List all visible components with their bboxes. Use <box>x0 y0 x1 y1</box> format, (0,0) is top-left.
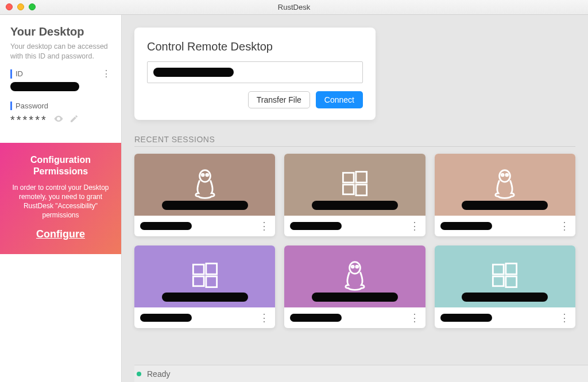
close-icon[interactable] <box>6 3 13 10</box>
svg-rect-20 <box>506 276 517 287</box>
more-vert-icon[interactable]: ⋮ <box>409 221 420 231</box>
svg-rect-12 <box>193 276 204 286</box>
svg-rect-10 <box>193 264 204 274</box>
own-id-field: ID ⋮ <box>10 69 111 93</box>
svg-rect-11 <box>206 263 217 274</box>
session-footer: ⋮ <box>134 307 275 328</box>
remote-id-input[interactable] <box>147 61 363 83</box>
titlebar: RustDesk <box>0 0 588 15</box>
more-vert-icon[interactable]: ⋮ <box>102 69 111 79</box>
divider <box>134 146 575 147</box>
session-art <box>284 154 425 216</box>
recent-heading: RECENT SESSIONS <box>134 135 575 144</box>
eye-icon[interactable] <box>53 114 64 126</box>
session-host-label <box>312 293 398 302</box>
more-vert-icon[interactable]: ⋮ <box>259 313 269 323</box>
svg-rect-6 <box>356 185 367 196</box>
main: Control Remote Desktop Transfer File Con… <box>122 15 588 382</box>
window-title: RustDesk <box>278 3 310 11</box>
permissions-title: Configuration Permissions <box>8 154 113 177</box>
minimize-icon[interactable] <box>17 3 24 10</box>
session-art <box>435 154 575 216</box>
session-footer: ⋮ <box>134 216 275 236</box>
pencil-icon[interactable] <box>69 114 79 126</box>
window-controls <box>6 3 36 10</box>
control-card: Control Remote Desktop Transfer File Con… <box>134 28 376 120</box>
session-art <box>284 245 425 307</box>
configure-link[interactable]: Configure <box>36 228 85 240</box>
session-host-label <box>162 293 248 302</box>
windows-icon <box>188 258 222 295</box>
status-bar: Ready <box>134 365 588 382</box>
session-footer: ⋮ <box>284 307 425 328</box>
svg-point-14 <box>350 262 361 274</box>
session-host-label <box>462 293 548 302</box>
session-id-label <box>440 222 492 230</box>
svg-rect-3 <box>343 173 354 182</box>
session-footer: ⋮ <box>435 216 575 236</box>
session-host-label <box>462 201 548 210</box>
session-tile[interactable]: ⋮ <box>435 154 575 236</box>
windows-icon <box>338 166 372 203</box>
status-text: Ready <box>147 369 170 379</box>
session-art <box>435 245 575 307</box>
svg-rect-19 <box>493 276 504 286</box>
status-indicator-icon <box>137 372 141 376</box>
remote-id-value <box>153 68 234 77</box>
transfer-file-button[interactable]: Transfer File <box>248 91 310 108</box>
session-id-label <box>290 222 342 230</box>
svg-point-7 <box>500 170 510 182</box>
session-id-label <box>140 222 192 230</box>
svg-point-9 <box>506 174 508 176</box>
session-id-label <box>140 314 192 322</box>
svg-rect-18 <box>506 263 517 274</box>
more-vert-icon[interactable]: ⋮ <box>559 313 570 323</box>
linux-icon <box>488 166 522 203</box>
session-tile[interactable]: ⋮ <box>284 154 425 236</box>
svg-point-1 <box>202 174 204 176</box>
own-password-field: Password ****** <box>10 102 111 127</box>
linux-icon <box>188 166 222 203</box>
fullscreen-icon[interactable] <box>29 3 36 10</box>
svg-rect-17 <box>493 264 504 274</box>
session-id-label <box>290 314 342 322</box>
session-tile[interactable]: ⋮ <box>134 245 275 328</box>
session-tile[interactable]: ⋮ <box>284 245 425 328</box>
sidebar-heading: Your Desktop <box>10 25 111 38</box>
session-tile[interactable]: ⋮ <box>134 154 275 236</box>
svg-point-16 <box>356 266 358 268</box>
svg-point-2 <box>206 174 208 176</box>
session-host-label <box>312 201 398 210</box>
password-mask: ****** <box>10 114 48 127</box>
session-art <box>134 154 275 216</box>
more-vert-icon[interactable]: ⋮ <box>559 221 570 231</box>
svg-point-0 <box>199 170 210 182</box>
windows-icon <box>488 258 522 295</box>
id-label: ID <box>16 69 23 78</box>
session-tile[interactable]: ⋮ <box>435 245 575 328</box>
sidebar-description: Your desktop can be accessed with this I… <box>10 42 111 61</box>
svg-point-15 <box>351 266 354 268</box>
more-vert-icon[interactable]: ⋮ <box>259 221 269 231</box>
session-footer: ⋮ <box>284 216 425 236</box>
permissions-body: In order to control your Desktop remotel… <box>8 183 113 220</box>
connect-button[interactable]: Connect <box>316 91 363 108</box>
session-id-label <box>440 314 492 322</box>
svg-rect-4 <box>356 171 367 182</box>
control-title: Control Remote Desktop <box>147 40 363 53</box>
session-footer: ⋮ <box>435 307 575 328</box>
own-id-value <box>10 82 79 91</box>
password-label: Password <box>16 102 48 110</box>
linux-icon <box>338 258 372 295</box>
recent-sessions-grid: ⋮ ⋮ ⋮ ⋮ ⋮ ⋮ <box>134 154 575 328</box>
sidebar: Your Desktop Your desktop can be accesse… <box>0 15 122 382</box>
svg-rect-13 <box>206 276 217 287</box>
svg-point-8 <box>502 174 504 176</box>
permissions-banner: Configuration Permissions In order to co… <box>0 143 121 254</box>
more-vert-icon[interactable]: ⋮ <box>409 313 420 323</box>
session-art <box>134 245 275 307</box>
session-host-label <box>162 201 248 210</box>
svg-rect-5 <box>343 185 354 194</box>
